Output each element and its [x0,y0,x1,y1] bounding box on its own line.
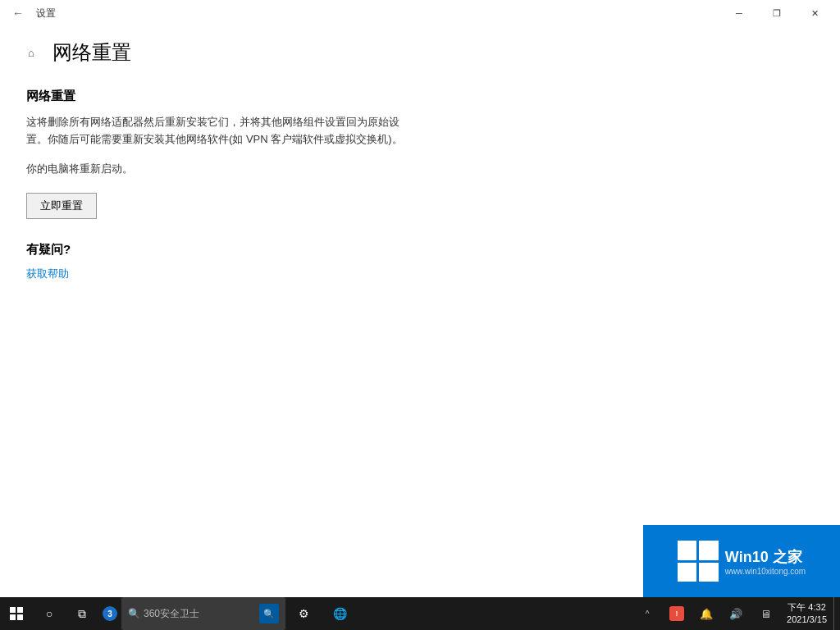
reset-now-button[interactable]: 立即重置 [26,193,97,219]
search-go-icon: 🔍 [263,609,275,619]
bell-icon: 🔔 [700,608,713,620]
description-text: 这将删除所有网络适配器然后重新安装它们，并将其他网络组件设置回为原始设置。你随后… [26,114,420,148]
search-bar-text: 360安全卫士 [144,607,256,621]
360-logo-icon: 3 [103,606,117,621]
wifi-icon: 🖥 [760,608,771,620]
expand-notif-button[interactable]: ^ [632,597,662,630]
title-bar: ← 设置 ─ ❐ ✕ [0,0,840,26]
settings-gear-icon: ⚙ [299,607,309,620]
volume-icon[interactable]: 🔊 [721,597,751,630]
search-bar-icon: 🔍 [128,608,140,619]
taskbar-search-bar[interactable]: 🔍 360安全卫士 🔍 [121,597,285,630]
page-header: ⌂ 网络重置 [0,26,840,75]
date-display: 2021/3/15 [787,614,827,626]
speaker-icon: 🔊 [729,608,742,620]
section-title: 网络重置 [26,89,814,104]
windows-logo-icon [10,607,23,620]
notification-bell-icon[interactable]: 🔔 [692,597,721,630]
cortana-button[interactable]: ○ [33,597,66,630]
close-button[interactable]: ✕ [796,0,833,26]
content-area: ⌂ 网络重置 网络重置 这将删除所有网络适配器然后重新安装它们，并将其他网络组件… [0,26,840,597]
taskbar-globe-icon[interactable]: 🌐 [322,597,358,630]
notification-area: ^ ! 🔔 🔊 🖥 [632,597,780,630]
task-view-button[interactable]: ⧉ [66,597,98,630]
task-view-icon: ⧉ [78,607,86,621]
taskbar-clock[interactable]: 下午 4:32 2021/3/15 [780,597,833,630]
start-button[interactable] [0,597,33,630]
taskbar-settings-icon[interactable]: ⚙ [285,597,322,630]
taskbar-360-icon[interactable]: 3 [98,597,121,630]
main-content: 网络重置 这将删除所有网络适配器然后重新安装它们，并将其他网络组件设置回为原始设… [0,75,840,597]
help-link[interactable]: 获取帮助 [26,267,69,280]
back-button[interactable]: ← [7,2,30,25]
restart-notice: 你的电脑将重新启动。 [26,162,814,176]
time-display: 下午 4:32 [788,601,825,614]
restore-button[interactable]: ❐ [758,0,796,26]
title-bar-title: 设置 [36,7,56,21]
globe-icon: 🌐 [333,607,347,620]
title-bar-controls: ─ ❐ ✕ [720,0,833,26]
taskbar: ○ ⧉ 3 🔍 360安全卫士 🔍 ⚙ 🌐 ^ ! [0,597,840,630]
home-button[interactable]: ⌂ [20,41,43,64]
network-icon[interactable]: 🖥 [751,597,780,630]
show-desktop-button[interactable] [833,597,840,630]
search-circle-icon: ○ [46,607,52,620]
security-badge-label: ! [676,609,678,618]
security-badge-icon[interactable]: ! [662,597,692,630]
taskbar-right-area: ^ ! 🔔 🔊 🖥 下午 4:32 2021/3/15 [632,597,840,630]
search-go-button[interactable]: 🔍 [259,604,279,623]
chevron-icon: ^ [646,609,650,619]
window: ← 设置 ─ ❐ ✕ ⌂ 网络重置 网络重置 这将删除所有网络适配器然后重新安装… [0,0,840,597]
page-title: 网络重置 [52,39,131,66]
question-heading: 有疑问? [26,242,814,258]
title-bar-left: ← 设置 [7,2,56,25]
minimize-button[interactable]: ─ [720,0,758,26]
